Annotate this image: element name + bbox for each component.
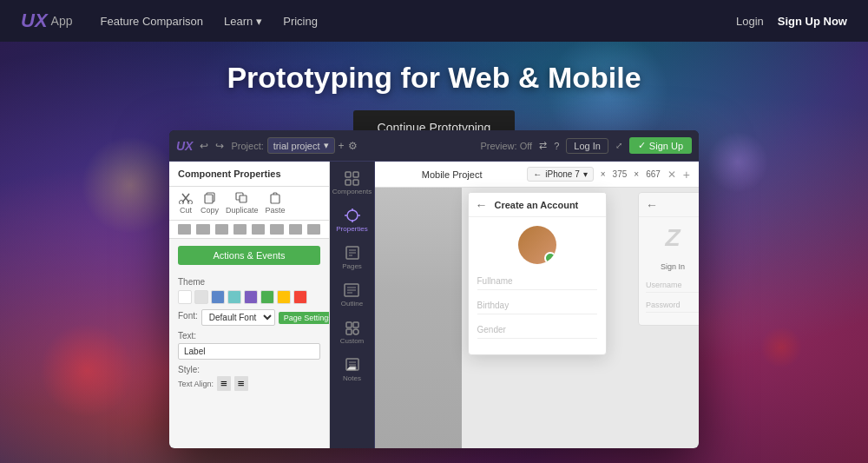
phone-back-icon[interactable]: ← bbox=[476, 198, 488, 212]
font-label: Font: bbox=[178, 311, 198, 321]
add-icon[interactable]: + bbox=[339, 140, 345, 152]
text-input[interactable] bbox=[178, 343, 320, 360]
left-panel: Component Properties Cut Copy bbox=[169, 162, 330, 448]
device-select[interactable]: ← iPhone 7 ▾ bbox=[527, 167, 593, 182]
phone2-header: ← bbox=[639, 193, 699, 217]
svg-rect-28 bbox=[346, 329, 352, 334]
swatch-blue[interactable] bbox=[211, 290, 225, 304]
panel-tools: Cut Copy Duplicate bbox=[169, 187, 329, 221]
nav-links: Feature Comparison Learn ▾ Pricing bbox=[100, 15, 736, 28]
settings-icon[interactable]: ⚙ bbox=[348, 140, 358, 152]
paste-tool[interactable]: Paste bbox=[266, 192, 286, 215]
align-tool-4[interactable] bbox=[233, 224, 247, 235]
phone2-content: Z Sign In Username Password bbox=[639, 217, 699, 325]
navbar: UX App Feature Comparison Learn ▾ Pricin… bbox=[0, 0, 868, 42]
pages-icon-panel[interactable]: Pages bbox=[339, 240, 365, 275]
align-center-button[interactable]: ≡ bbox=[234, 376, 248, 391]
phone2-back-icon[interactable]: ← bbox=[646, 198, 658, 212]
nav-pricing[interactable]: Pricing bbox=[283, 15, 318, 28]
svg-point-13 bbox=[347, 210, 358, 221]
theme-section: Theme Font: Default Font bbox=[169, 272, 329, 396]
canvas-area: Mobile Project ← iPhone 7 ▾ × 375 × 667 … bbox=[375, 162, 699, 448]
birthday-field[interactable]: Birthday bbox=[477, 297, 597, 314]
align-tool-7[interactable] bbox=[289, 224, 302, 235]
expand-icon[interactable]: ⤢ bbox=[615, 141, 622, 150]
swatch-green[interactable] bbox=[260, 290, 274, 304]
swatch-red[interactable] bbox=[293, 290, 307, 304]
swatch-white[interactable] bbox=[178, 290, 192, 304]
canvas-height: 667 bbox=[646, 169, 661, 179]
nav-right: Login Sign Up Now bbox=[736, 15, 847, 28]
components-icon-panel[interactable]: Components bbox=[329, 165, 375, 201]
right-icons-panel: Components Properties Pages Outline bbox=[330, 162, 375, 448]
align-tool-2[interactable] bbox=[196, 224, 209, 235]
align-tool-6[interactable] bbox=[270, 224, 283, 235]
paste-label: Paste bbox=[266, 206, 286, 215]
copy-label: Copy bbox=[201, 206, 219, 215]
nav-learn[interactable]: Learn ▾ bbox=[224, 15, 262, 28]
share-icon[interactable]: ⇄ bbox=[539, 140, 547, 151]
swatch-teal[interactable] bbox=[227, 290, 241, 304]
phone-content: Fullname Birthday Gender bbox=[469, 217, 606, 354]
undo-icon[interactable]: ↩ bbox=[200, 140, 208, 152]
toolbar-login-button[interactable]: Log In bbox=[566, 138, 608, 154]
theme-swatches bbox=[178, 290, 320, 304]
align-tool-8[interactable] bbox=[307, 224, 320, 235]
canvas-toolbar: Mobile Project ← iPhone 7 ▾ × 375 × 667 … bbox=[375, 162, 699, 188]
notes-icon-panel[interactable]: Notes bbox=[339, 352, 365, 387]
redo-icon[interactable]: ↪ bbox=[215, 140, 224, 152]
font-select[interactable]: Default Font bbox=[201, 309, 275, 326]
add-icon[interactable]: + bbox=[683, 168, 690, 182]
swatch-yellow[interactable] bbox=[277, 290, 291, 304]
cut-label: Cut bbox=[180, 206, 192, 215]
pages-label: Pages bbox=[342, 262, 362, 270]
phone-screen-title: Create an Account bbox=[495, 200, 579, 210]
text-field-label: Text: bbox=[178, 331, 320, 341]
swatch-purple[interactable] bbox=[244, 290, 258, 304]
close-icon[interactable]: ✕ bbox=[667, 169, 676, 181]
outline-icon-panel[interactable]: Outline bbox=[338, 277, 366, 313]
svg-point-29 bbox=[353, 329, 358, 334]
svg-rect-27 bbox=[353, 322, 358, 327]
help-icon[interactable]: ? bbox=[554, 141, 559, 151]
svg-rect-12 bbox=[353, 180, 358, 185]
signup-link[interactable]: Sign Up Now bbox=[778, 15, 847, 28]
dim-separator: × bbox=[601, 169, 606, 179]
page-settings-button[interactable]: Page Settings bbox=[279, 312, 330, 324]
notes-label: Notes bbox=[343, 374, 361, 382]
align-left-button[interactable]: ≡ bbox=[217, 376, 231, 391]
password-field[interactable]: Password bbox=[646, 298, 699, 313]
toolbar-signup-button[interactable]: ✓ Sign Up bbox=[629, 137, 692, 154]
username-field[interactable]: Username bbox=[646, 278, 699, 293]
svg-rect-5 bbox=[205, 195, 213, 203]
align-tool-5[interactable] bbox=[252, 224, 265, 235]
logo: UX App bbox=[21, 10, 72, 32]
phone-mockup-2: ← Z Sign In Username Password bbox=[638, 192, 699, 326]
actions-events-button[interactable]: Actions & Events bbox=[178, 246, 320, 265]
fullname-field[interactable]: Fullname bbox=[477, 273, 597, 290]
app-body: Component Properties Cut Copy bbox=[169, 162, 699, 448]
nav-feature-comparison[interactable]: Feature Comparison bbox=[100, 15, 203, 28]
custom-label: Custom bbox=[340, 337, 365, 345]
align-tool-3[interactable] bbox=[215, 224, 228, 235]
sign-in-label: Sign In bbox=[646, 262, 699, 271]
theme-label: Theme bbox=[178, 277, 320, 287]
phone-header: ← Create an Account bbox=[469, 193, 606, 217]
duplicate-tool[interactable]: Duplicate bbox=[226, 192, 259, 215]
custom-icon-panel[interactable]: Custom bbox=[337, 314, 368, 350]
login-link[interactable]: Login bbox=[736, 15, 764, 28]
app-logo: UX bbox=[176, 139, 193, 153]
svg-rect-7 bbox=[240, 195, 247, 202]
preview-label: Preview: Off bbox=[480, 141, 532, 151]
avatar-badge bbox=[544, 252, 556, 264]
copy-tool[interactable]: Copy bbox=[201, 192, 219, 215]
svg-rect-10 bbox=[353, 172, 358, 177]
project-select[interactable]: trial project ▾ bbox=[267, 137, 335, 154]
align-tool-1[interactable] bbox=[178, 224, 191, 235]
cut-tool[interactable]: Cut bbox=[178, 192, 194, 215]
properties-icon-panel[interactable]: Properties bbox=[332, 202, 371, 238]
swatch-gray[interactable] bbox=[194, 290, 208, 304]
font-row: Font: Default Font Page Settings bbox=[178, 309, 320, 326]
gender-field[interactable]: Gender bbox=[477, 321, 597, 339]
canvas-width: 375 bbox=[613, 169, 628, 179]
